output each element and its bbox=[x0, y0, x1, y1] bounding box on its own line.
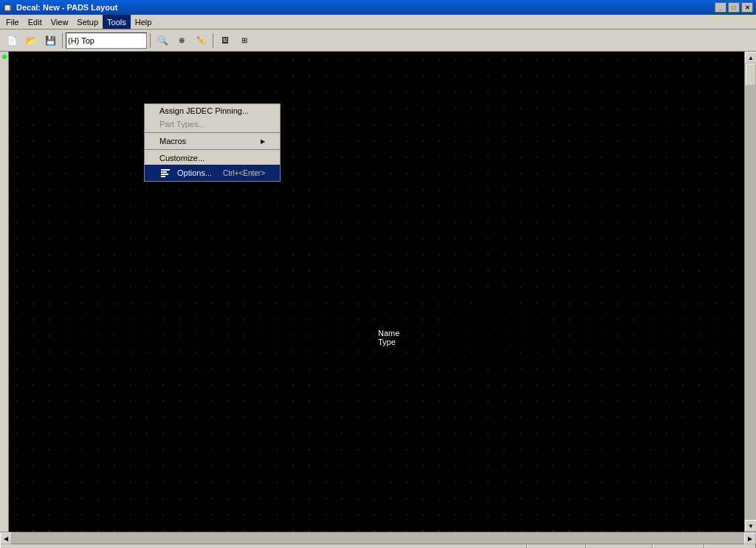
save-button[interactable]: 💾 bbox=[41, 32, 59, 49]
layer-value: (H) Top bbox=[68, 36, 94, 45]
options-label: Options... bbox=[177, 168, 212, 177]
title-bar-controls: _ □ ✕ bbox=[715, 2, 753, 13]
svg-rect-2 bbox=[161, 169, 170, 171]
status-indicator bbox=[2, 55, 7, 59]
status-g: G:10 10 bbox=[586, 544, 653, 548]
title-text: Decal: New - PADS Layout bbox=[16, 3, 117, 12]
canvas-area[interactable]: Name Type Assign JEDEC Pinning... Part T… bbox=[9, 52, 744, 532]
options-shortcut: Ctrl+<Enter> bbox=[223, 169, 265, 177]
macros-label: Macros bbox=[159, 137, 186, 145]
canvas-labels: Name Type bbox=[378, 329, 399, 346]
title-bar: 🔲 Decal: New - PADS Layout _ □ ✕ bbox=[0, 0, 756, 15]
bottom-scrollbar: ◀ ▶ bbox=[0, 532, 756, 544]
zoom-in-button[interactable]: 🔍 bbox=[154, 32, 171, 49]
tool-btn-5[interactable]: ⊞ bbox=[236, 32, 253, 49]
status-message bbox=[0, 544, 527, 548]
dot-grid bbox=[9, 52, 744, 532]
svg-rect-4 bbox=[161, 174, 168, 175]
tools-dropdown-menu: Assign JEDEC Pinning... Part Types... Ma… bbox=[144, 103, 281, 182]
new-button[interactable]: 📄 bbox=[3, 32, 21, 49]
open-icon: 📂 bbox=[26, 35, 37, 46]
scroll-right-button[interactable]: ▶ bbox=[744, 532, 756, 544]
scroll-track-vertical[interactable] bbox=[745, 64, 756, 520]
menu-option-customize[interactable]: Customize... bbox=[145, 151, 280, 165]
assign-jedec-label: Assign JEDEC Pinning... bbox=[159, 106, 249, 115]
menu-separator-2 bbox=[145, 149, 280, 150]
menu-option-macros[interactable]: Macros ▶ bbox=[145, 134, 280, 148]
tool-icon-3: ✏️ bbox=[196, 36, 205, 44]
maximize-button[interactable]: □ bbox=[728, 2, 740, 13]
title-bar-title: 🔲 Decal: New - PADS Layout bbox=[3, 3, 715, 12]
customize-label: Customize... bbox=[159, 154, 205, 162]
status-bar: W:10 G:10 10 -1020 1000 bbox=[0, 544, 756, 548]
scroll-track-horizontal[interactable] bbox=[12, 532, 744, 544]
toolbar: 📄 📂 💾 (H) Top 🔍 ⊕ ✏️ 🖼 ⊞ bbox=[0, 30, 756, 52]
open-button[interactable]: 📂 bbox=[22, 32, 40, 49]
status-y: 1000 bbox=[704, 544, 756, 548]
tool-btn-4[interactable]: 🖼 bbox=[216, 32, 234, 49]
separator-2 bbox=[150, 33, 151, 48]
svg-rect-1 bbox=[9, 52, 744, 532]
status-w: W:10 bbox=[527, 544, 586, 548]
separator-3 bbox=[213, 33, 213, 48]
options-icon bbox=[159, 167, 171, 179]
scroll-down-button[interactable]: ▼ bbox=[745, 520, 756, 532]
save-icon: 💾 bbox=[45, 35, 56, 46]
main-area: Name Type Assign JEDEC Pinning... Part T… bbox=[0, 52, 756, 532]
menu-item-view[interactable]: View bbox=[47, 15, 73, 29]
zoom-in-icon: 🔍 bbox=[157, 35, 168, 46]
tool-icon-2: ⊕ bbox=[179, 36, 185, 44]
scroll-left-button[interactable]: ◀ bbox=[0, 532, 12, 544]
svg-rect-5 bbox=[161, 176, 165, 177]
part-name-label: Name bbox=[378, 329, 399, 338]
menu-separator-1 bbox=[145, 132, 280, 133]
new-icon: 📄 bbox=[7, 35, 18, 46]
tool-icon-4: 🖼 bbox=[221, 36, 229, 44]
status-x: -1020 bbox=[653, 544, 704, 548]
menu-item-edit[interactable]: Edit bbox=[24, 15, 47, 29]
close-button[interactable]: ✕ bbox=[741, 2, 753, 13]
tool-icon-5: ⊞ bbox=[241, 36, 247, 44]
minimize-button[interactable]: _ bbox=[715, 2, 726, 13]
part-type-label: Type bbox=[378, 338, 399, 346]
layer-select[interactable]: (H) Top bbox=[66, 32, 147, 49]
menu-item-help[interactable]: Help bbox=[131, 15, 157, 29]
tool-btn-3[interactable]: ✏️ bbox=[192, 32, 210, 49]
left-sidebar bbox=[0, 52, 9, 532]
menu-option-options[interactable]: Options... Ctrl+<Enter> bbox=[145, 165, 280, 181]
menu-item-tools[interactable]: Tools bbox=[103, 15, 131, 29]
svg-rect-3 bbox=[161, 171, 167, 173]
menu-item-setup[interactable]: Setup bbox=[72, 15, 103, 29]
scroll-thumb-vertical[interactable] bbox=[746, 64, 756, 86]
submenu-arrow-icon: ▶ bbox=[261, 138, 265, 145]
menu-option-assign-jedec[interactable]: Assign JEDEC Pinning... bbox=[145, 104, 280, 117]
part-types-label: Part Types... bbox=[159, 120, 205, 129]
menu-item-file[interactable]: File bbox=[1, 15, 24, 29]
separator-1 bbox=[62, 33, 63, 48]
app-icon: 🔲 bbox=[3, 4, 12, 12]
right-scrollbar: ▲ ▼ bbox=[744, 52, 756, 532]
scroll-up-button[interactable]: ▲ bbox=[745, 52, 756, 64]
menu-bar: File Edit View Setup Tools Help bbox=[0, 15, 756, 30]
tool-btn-2[interactable]: ⊕ bbox=[173, 32, 190, 49]
menu-option-part-types: Part Types... bbox=[145, 117, 280, 131]
